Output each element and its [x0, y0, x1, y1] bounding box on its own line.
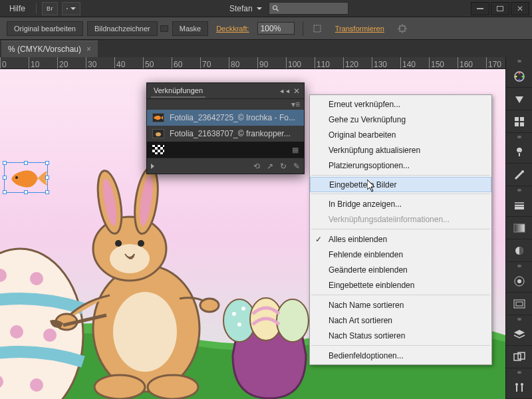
image-trace-dropdown[interactable]	[160, 25, 168, 32]
goto-link-icon[interactable]: ↗	[267, 162, 273, 171]
link-label: Fotolia_21638707_© frankopper...	[170, 129, 291, 138]
ruler-tick: 120	[343, 57, 358, 69]
expand-icon[interactable]	[151, 164, 154, 169]
user-menu[interactable]: Stefan	[229, 4, 262, 13]
menu-hilfe[interactable]: Hilfe	[3, 0, 32, 17]
menu-item[interactable]: Nach Name sortieren	[310, 297, 491, 313]
svg-rect-5	[314, 25, 321, 32]
link-label: Fotolia_23642725_© Irochka - Fo...	[170, 113, 295, 122]
svg-rect-2	[67, 9, 68, 9]
menu-item[interactable]: ✓Alles einblenden	[310, 231, 491, 247]
dock-handle[interactable]	[517, 318, 521, 321]
artboards-panel-icon[interactable]	[506, 346, 532, 368]
layers-panel-icon[interactable]	[506, 323, 532, 346]
svg-point-33	[138, 240, 144, 247]
update-link-icon[interactable]: ↻	[280, 162, 287, 171]
ruler-tick: 150	[429, 57, 444, 69]
svg-point-53	[521, 170, 524, 173]
edit-original-button[interactable]: Original bearbeiten	[7, 21, 83, 36]
bridge-button[interactable]: Br	[42, 2, 58, 15]
menu-item[interactable]: In Bridge anzeigen...	[310, 196, 491, 211]
svg-point-3	[273, 5, 277, 9]
grid-icon	[66, 5, 68, 13]
image-info-icon[interactable]: ▦	[292, 146, 299, 154]
color-guide-panel-icon[interactable]	[506, 88, 532, 110]
document-tab[interactable]: % (CMYK/Vorschau) ×	[1, 41, 98, 57]
panel-close-icon[interactable]: ✕	[293, 86, 300, 96]
menu-item[interactable]: Eingebettete einblenden	[310, 277, 491, 293]
image-trace-button[interactable]: Bildnachzeichner	[87, 21, 158, 36]
arrange-documents-button[interactable]	[62, 2, 80, 15]
menu-item[interactable]: Verknüpfung aktualisieren	[310, 142, 491, 158]
svg-rect-50	[520, 122, 524, 126]
svg-point-16	[43, 329, 57, 342]
maximize-button[interactable]	[491, 2, 509, 15]
ruler-tick: 40	[114, 57, 125, 69]
svg-rect-61	[514, 300, 525, 308]
search-input[interactable]	[269, 2, 348, 15]
context-menu: Erneut verknüpfen...Gehe zu VerknüpfungO…	[309, 94, 492, 365]
links-panel-header[interactable]: Verknüpfungen ◄◄ ✕	[147, 83, 304, 99]
swatches-panel-icon[interactable]	[506, 110, 532, 133]
graphic-styles-panel-icon[interactable]	[506, 293, 532, 315]
svg-rect-0	[66, 8, 67, 9]
svg-point-24	[200, 299, 219, 312]
links-panel-item[interactable]: Fotolia_21638707_© frankopper...	[147, 126, 304, 142]
dock-handle[interactable]	[517, 371, 521, 374]
misc-panel-icon[interactable]	[506, 376, 532, 399]
menu-item[interactable]: Fehlende einblenden	[310, 247, 491, 262]
links-panel-footer: ⟲ ↗ ↻ ✎	[147, 158, 304, 174]
ruler-tick: 130	[372, 57, 387, 69]
brushes-panel-icon[interactable]	[506, 164, 532, 186]
links-panel: Verknüpfungen ◄◄ ✕ ▾≡ Fotolia_23642725_©…	[146, 82, 305, 174]
ruler-tick: 160	[458, 57, 473, 69]
menu-item[interactable]: Nach Status sortieren	[310, 328, 491, 343]
svg-rect-51	[519, 153, 520, 156]
svg-point-22	[148, 375, 198, 399]
menu-item[interactable]: Erneut verknüpfen...	[310, 96, 491, 112]
links-panel-preview-row: ▦	[147, 142, 304, 158]
opacity-field[interactable]: 100%	[257, 22, 295, 35]
link-thumbnail	[152, 113, 164, 122]
symbols-panel-icon[interactable]	[506, 141, 532, 164]
ruler-horizontal[interactable]: 0102030405060708090100110120130140150160…	[0, 57, 505, 69]
close-tab-icon[interactable]: ×	[86, 45, 91, 53]
menu-item-label: Erneut verknüpfen...	[329, 100, 400, 109]
menu-item[interactable]: Nach Art sortieren	[310, 313, 491, 328]
crop-icon[interactable]	[311, 23, 323, 35]
ruler-tick: 10	[29, 57, 39, 69]
selection-bounding-box[interactable]	[4, 162, 48, 193]
edit-original-icon[interactable]: ✎	[293, 162, 300, 171]
search-icon	[272, 5, 280, 13]
svg-point-69	[156, 132, 161, 136]
panel-collapse-icon[interactable]: ◄◄	[279, 88, 291, 94]
menu-item[interactable]: Eingebettete Bilder	[310, 177, 491, 192]
close-button[interactable]: ✕	[511, 2, 529, 15]
links-panel-item[interactable]: Fotolia_23642725_© Irochka - Fo...	[147, 110, 304, 126]
color-panel-icon[interactable]	[506, 65, 532, 88]
relink-icon[interactable]: ⟲	[253, 162, 260, 171]
appearance-panel-icon[interactable]	[506, 270, 532, 293]
dock-handle[interactable]	[517, 189, 521, 192]
separator	[303, 21, 303, 36]
menu-item[interactable]: Platzierungsoptionen...	[310, 158, 491, 173]
panel-menu-icon[interactable]: ▾≡	[291, 100, 300, 109]
menu-item[interactable]: Bedienfeldoptionen...	[310, 348, 491, 363]
menu-separator	[311, 345, 490, 346]
menu-item[interactable]: Original bearbeiten	[310, 127, 491, 142]
stroke-panel-icon[interactable]	[506, 194, 532, 217]
transparency-panel-icon[interactable]	[506, 239, 532, 262]
dock-handle[interactable]	[517, 265, 521, 267]
isolate-icon[interactable]	[396, 23, 408, 35]
dock-handle[interactable]	[517, 60, 521, 63]
gradient-panel-icon[interactable]	[506, 217, 532, 239]
opacity-label[interactable]: Deckkraft:	[212, 25, 253, 33]
mask-button[interactable]: Maske	[172, 21, 208, 36]
menu-item[interactable]: Geänderte einblenden	[310, 262, 491, 277]
menu-item[interactable]: Gehe zu Verknüpfung	[310, 112, 491, 127]
minimize-button[interactable]	[471, 2, 489, 15]
dock-handle[interactable]	[517, 136, 521, 138]
menu-item-label: Verknüpfungsdateiinformationen...	[329, 215, 450, 224]
transform-link[interactable]: Transformieren	[331, 25, 388, 33]
menu-item-label: Geänderte einblenden	[329, 265, 408, 275]
